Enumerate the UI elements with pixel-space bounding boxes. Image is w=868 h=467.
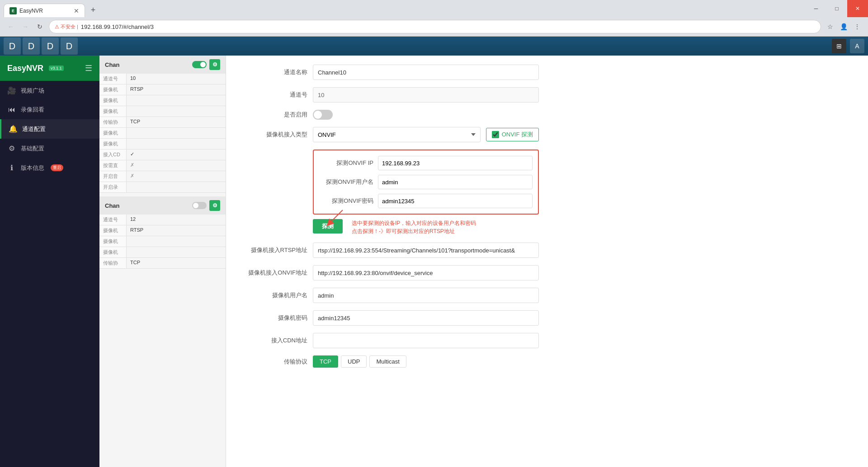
channel-row-no: 通道号 10 xyxy=(99,74,226,84)
channel-2-toggle[interactable] xyxy=(192,202,207,209)
sidebar-item-basic-config[interactable]: ⚙ 基础配置 xyxy=(0,139,99,158)
channel-name-row: 通道名称 xyxy=(244,65,850,80)
hamburger-btn[interactable]: ☰ xyxy=(85,63,92,73)
sidebar-item-label-channel-config: 通道配置 xyxy=(22,125,46,133)
camera-type-row: 摄像机接入类型 ONVIF RTSP GB28181 ONVIF 探测 xyxy=(244,127,850,142)
camera-type-label: 摄像机接入类型 xyxy=(244,131,307,139)
sidebar-item-label-version-info: 版本信息 xyxy=(21,164,44,172)
logo-text: EasyNVR xyxy=(7,64,43,73)
forward-btn[interactable]: → xyxy=(20,21,31,32)
channel-section-2-header: Chan ⚙ xyxy=(99,196,226,215)
tab-close-btn[interactable]: ✕ xyxy=(74,8,79,14)
channel-row-cam-user: 摄像机 xyxy=(99,106,226,117)
version-info-icon: ℹ xyxy=(7,163,16,172)
channel-section-1-label: Chan xyxy=(105,61,120,68)
taskbar-icon-3[interactable]: D xyxy=(42,37,59,55)
channel-1-toggle[interactable] xyxy=(192,61,207,68)
refresh-btn[interactable]: ↻ xyxy=(34,21,45,32)
taskbar-right-icon-2[interactable]: A xyxy=(850,39,864,53)
channel-name-input[interactable] xyxy=(313,65,539,80)
taskbar-right-icon-1[interactable]: ⊞ xyxy=(832,39,846,53)
sidebar: EasyNVR v3.1.1 ☰ 🎥 视频广场 ⏮ 录像回看 🔔 通道配置 ⚙ … xyxy=(0,56,99,467)
detect-user-row: 探测ONVIF用户名 xyxy=(319,175,533,189)
channel-list-panel: Chan ⚙ 通道号 10 摄像机 RTSP 摄像机 摄像机 传输协 TCP xyxy=(99,56,226,467)
taskbar: D D D D ⊞ A xyxy=(0,37,868,56)
taskbar-icon-1[interactable]: D xyxy=(4,37,21,55)
transport-label: 传输协议 xyxy=(244,358,307,366)
taskbar-icon-4[interactable]: D xyxy=(61,37,78,55)
detect-user-input[interactable] xyxy=(378,175,533,189)
enabled-label: 是否启用 xyxy=(244,111,307,119)
onvif-detect-btn[interactable]: ONVIF 探测 xyxy=(486,128,539,141)
sidebar-item-label-video-plaza: 视频广场 xyxy=(21,87,44,95)
enabled-toggle[interactable] xyxy=(313,110,333,120)
address-bar[interactable]: ⚠ 不安全 | 192.168.99.107/#/channel/3 xyxy=(49,20,821,33)
sidebar-item-label-playback: 录像回看 xyxy=(21,106,44,114)
sidebar-item-video-plaza[interactable]: 🎥 视频广场 xyxy=(0,81,99,100)
detect-user-label: 探测ONVIF用户名 xyxy=(319,178,373,186)
channel-row-cam-status1: 摄像机 xyxy=(99,128,226,139)
channel-row2-cam-url: 摄像机 xyxy=(99,236,226,247)
channel-no-row: 通道号 xyxy=(244,87,850,103)
camera-pwd-input[interactable] xyxy=(313,310,539,326)
channel-row-cdn: 接入CD ✓ xyxy=(99,149,226,160)
onvif-detection-box: 探测ONVIF IP 探测ONVIF用户名 探测ONVIF密码 xyxy=(313,149,539,215)
camera-type-select[interactable]: ONVIF RTSP GB28181 xyxy=(313,127,481,142)
channel-2-gear-btn[interactable]: ⚙ xyxy=(209,200,220,211)
channel-1-gear-btn[interactable]: ⚙ xyxy=(209,59,220,70)
channel-row2-transport: 传输协 TCP xyxy=(99,258,226,269)
onvif-detect-label: ONVIF 探测 xyxy=(502,131,533,139)
sidebar-item-label-basic-config: 基础配置 xyxy=(21,145,44,153)
channel-row-transport: 传输协 TCP xyxy=(99,117,226,128)
settings-btn[interactable]: ⋮ xyxy=(852,21,863,32)
channel-row-cam-type: 摄像机 RTSP xyxy=(99,84,226,95)
camera-pwd-row: 摄像机密码 xyxy=(244,310,850,326)
arrow-annotation xyxy=(320,205,356,228)
playback-icon: ⏮ xyxy=(7,106,16,114)
basic-config-icon: ⚙ xyxy=(7,144,16,153)
channel-no-input[interactable] xyxy=(313,87,539,103)
sidebar-item-playback[interactable]: ⏮ 录像回看 xyxy=(0,100,99,119)
transport-multicast-btn[interactable]: Multicast xyxy=(369,355,406,368)
restart-badge: 重启 xyxy=(51,164,63,171)
sidebar-item-version-info[interactable]: ℹ 版本信息 重启 xyxy=(0,158,99,177)
onvif-detect-row: 探测ONVIF IP 探测ONVIF用户名 探测ONVIF密码 探测 xyxy=(244,149,850,235)
rtsp-url-input[interactable] xyxy=(313,243,539,258)
minimize-btn[interactable]: ─ xyxy=(806,0,826,17)
detect-ip-row: 探测ONVIF IP xyxy=(319,156,533,170)
onvif-url-input[interactable] xyxy=(313,265,539,280)
channel-row-audio: 开启音 ✗ xyxy=(99,171,226,182)
camera-user-input[interactable] xyxy=(313,288,539,303)
camera-user-row: 摄像机用户名 xyxy=(244,288,850,303)
sidebar-item-channel-config[interactable]: 🔔 通道配置 xyxy=(0,119,99,139)
bookmark-btn[interactable]: ☆ xyxy=(825,21,835,32)
channel-row-demand: 按需直 ✗ xyxy=(99,160,226,171)
detect-pwd-input[interactable] xyxy=(378,194,533,208)
version-badge: v3.1.1 xyxy=(49,65,64,71)
rtsp-url-label: 摄像机接入RTSP地址 xyxy=(244,246,307,254)
new-tab-btn[interactable]: + xyxy=(87,4,99,16)
detect-ip-input[interactable] xyxy=(378,156,533,170)
channel-row-cam-status2: 摄像机 xyxy=(99,139,226,149)
restore-btn[interactable]: □ xyxy=(826,0,847,17)
form-panel: 通道名称 通道号 是否启用 摄像机接入类型 ONVIF RTSP GB28181 xyxy=(226,56,868,467)
taskbar-icon-2[interactable]: D xyxy=(23,37,40,55)
browser-tab[interactable]: E EasyNVR ✕ xyxy=(4,4,85,17)
close-btn[interactable]: ✕ xyxy=(847,0,868,17)
transport-buttons: TCP UDP Multicast xyxy=(313,355,406,368)
onvif-url-label: 摄像机接入ONVIF地址 xyxy=(244,269,307,277)
tab-label: EasyNVR xyxy=(19,8,43,14)
profile-btn[interactable]: 👤 xyxy=(838,21,849,32)
onvif-url-row: 摄像机接入ONVIF地址 xyxy=(244,265,850,280)
channel-row-record: 开启录 xyxy=(99,182,226,193)
channel-row2-no: 通道号 12 xyxy=(99,215,226,225)
transport-udp-btn[interactable]: UDP xyxy=(341,355,367,368)
cdn-url-input[interactable] xyxy=(313,333,539,348)
enabled-row: 是否启用 xyxy=(244,110,850,120)
video-plaza-icon: 🎥 xyxy=(7,86,16,95)
svg-line-0 xyxy=(329,210,343,224)
security-warning: ⚠ 不安全 | xyxy=(55,23,78,30)
transport-tcp-btn[interactable]: TCP xyxy=(313,355,338,368)
back-btn[interactable]: ← xyxy=(5,21,16,32)
onvif-detect-checkbox[interactable] xyxy=(492,131,499,138)
